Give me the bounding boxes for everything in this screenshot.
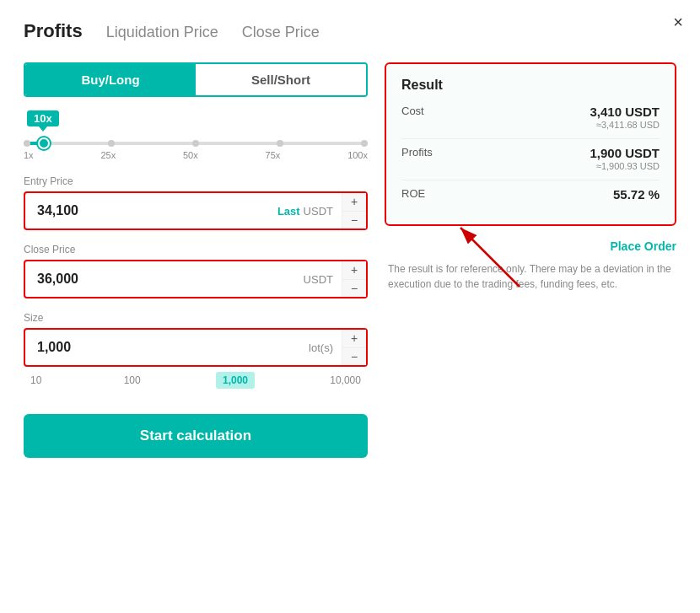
- result-main-profits: 1,900 USDT: [590, 146, 660, 160]
- tab-bar: Profits Liquidation Price Close Price: [24, 20, 676, 44]
- close-price-stepper: + −: [342, 261, 366, 297]
- tab-profits[interactable]: Profits: [24, 20, 83, 44]
- size-opt-1000[interactable]: 1,000: [216, 372, 255, 389]
- size-input[interactable]: [25, 330, 300, 365]
- entry-price-minus[interactable]: −: [342, 212, 366, 229]
- slider-dot: [24, 140, 30, 147]
- close-price-label: Close Price: [24, 244, 368, 255]
- start-calculation-button[interactable]: Start calculation: [24, 414, 368, 458]
- result-divider-2: [401, 180, 660, 180]
- size-options: 10 100 1,000 10,000: [24, 372, 368, 389]
- size-opt-10[interactable]: 10: [24, 372, 48, 389]
- result-sub-profits: ≈1,900.93 USD: [590, 161, 660, 171]
- left-panel: Buy/Long Sell/Short 10x: [24, 62, 368, 458]
- leverage-label-75x: 75x: [266, 150, 281, 160]
- entry-price-plus[interactable]: +: [342, 193, 366, 212]
- size-field: lot(s) + −: [24, 328, 368, 367]
- sell-short-button[interactable]: Sell/Short: [196, 64, 366, 95]
- tab-liquidation-price[interactable]: Liquidation Price: [106, 24, 218, 43]
- close-button[interactable]: ×: [673, 13, 683, 30]
- leverage-label-100x: 100x: [347, 150, 368, 160]
- leverage-section: 10x 1x 25x 50x: [24, 110, 368, 160]
- close-price-usdt: USDT: [304, 273, 333, 286]
- size-stepper: + −: [342, 330, 366, 365]
- leverage-slider-track: [24, 142, 368, 145]
- tab-close-price[interactable]: Close Price: [242, 24, 320, 43]
- last-label[interactable]: Last: [277, 205, 300, 218]
- slider-dot: [192, 140, 199, 147]
- slider-dot: [108, 140, 115, 147]
- entry-price-usdt: USDT: [304, 205, 333, 218]
- result-main-cost: 3,410 USDT: [590, 105, 660, 119]
- result-sub-cost: ≈3,411.68 USD: [590, 120, 660, 130]
- buy-long-button[interactable]: Buy/Long: [25, 64, 196, 95]
- red-arrow-svg: [452, 219, 553, 287]
- size-opt-10000[interactable]: 10,000: [323, 372, 368, 389]
- result-row-cost: Cost 3,410 USDT ≈3,411.68 USD: [401, 105, 660, 130]
- svg-line-1: [460, 228, 520, 287]
- slider-dot: [361, 140, 368, 147]
- close-price-plus[interactable]: +: [342, 261, 366, 280]
- close-price-input[interactable]: [25, 261, 295, 297]
- leverage-label-1x: 1x: [24, 150, 34, 160]
- close-price-field: USDT + −: [24, 260, 368, 298]
- leverage-label-50x: 50x: [183, 150, 198, 160]
- result-main-roe: 55.72 %: [613, 187, 660, 202]
- entry-price-label: Entry Price: [24, 175, 368, 187]
- size-opt-100[interactable]: 100: [117, 372, 148, 389]
- right-panel: Result Cost 3,410 USDT ≈3,411.68 USD Pro…: [385, 62, 676, 458]
- result-key-cost: Cost: [401, 105, 424, 117]
- close-price-unit: USDT: [295, 261, 342, 297]
- result-row-profits: Profits 1,900 USDT ≈1,900.93 USD: [401, 146, 660, 171]
- result-title: Result: [401, 78, 660, 93]
- modal-container: × Profits Liquidation Price Close Price …: [0, 0, 700, 613]
- leverage-label-25x: 25x: [100, 150, 116, 160]
- slider-dot: [277, 140, 283, 147]
- size-label: Size: [24, 312, 368, 324]
- buy-sell-toggle: Buy/Long Sell/Short: [24, 62, 368, 97]
- entry-price-unit: Last USDT: [269, 193, 342, 229]
- leverage-badge: 10x: [27, 110, 59, 126]
- result-box: Result Cost 3,410 USDT ≈3,411.68 USD Pro…: [385, 62, 676, 226]
- result-val-profits: 1,900 USDT ≈1,900.93 USD: [590, 146, 660, 171]
- result-divider-1: [401, 138, 660, 139]
- size-unit-label: lot(s): [309, 341, 333, 354]
- close-price-minus[interactable]: −: [342, 280, 366, 298]
- main-layout: Buy/Long Sell/Short 10x: [24, 62, 676, 458]
- result-val-cost: 3,410 USDT ≈3,411.68 USD: [590, 105, 660, 130]
- size-unit: lot(s): [300, 330, 342, 365]
- entry-price-input[interactable]: [25, 193, 269, 229]
- leverage-labels: 1x 25x 50x 75x 100x: [24, 150, 368, 160]
- slider-dots: [24, 140, 368, 147]
- size-plus[interactable]: +: [342, 330, 366, 348]
- result-key-roe: ROE: [401, 187, 425, 200]
- size-minus[interactable]: −: [342, 348, 366, 366]
- result-key-profits: Profits: [401, 146, 433, 159]
- entry-price-stepper: + −: [342, 193, 366, 229]
- leverage-thumb[interactable]: [38, 137, 50, 149]
- result-row-roe: ROE 55.72 %: [401, 187, 660, 202]
- result-val-roe: 55.72 %: [613, 187, 660, 202]
- entry-price-field: Last USDT + −: [24, 191, 368, 230]
